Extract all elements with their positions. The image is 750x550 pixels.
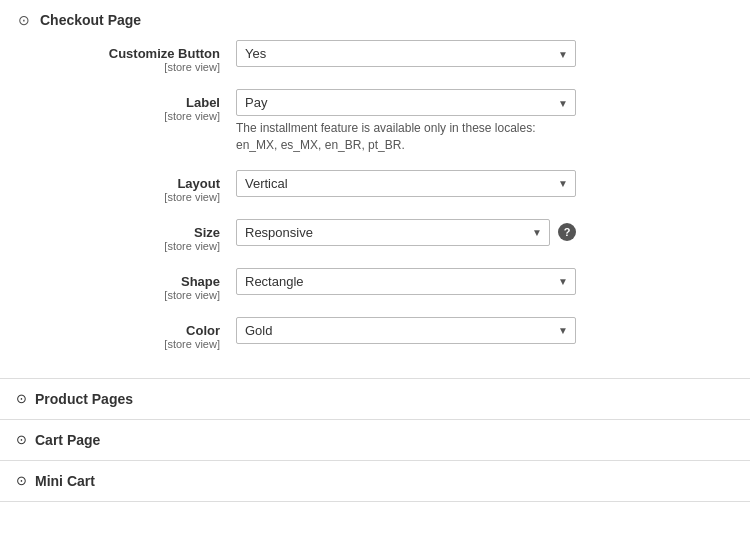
customize-button-label-group: Customize Button [store view] xyxy=(36,40,236,73)
label-label-group: Label [store view] xyxy=(36,89,236,122)
label-help-text: The installment feature is available onl… xyxy=(236,120,576,154)
shape-label-group: Shape [store view] xyxy=(36,268,236,301)
cart-page-chevron-icon: ⊙ xyxy=(16,432,27,447)
checkout-page-content: Customize Button [store view] Yes No ▼ L… xyxy=(16,40,734,350)
checkout-page-header[interactable]: ⊙ Checkout Page xyxy=(16,12,734,28)
color-label: Color xyxy=(36,323,220,338)
size-control: Responsive Small Medium Large ▼ ? xyxy=(236,219,576,246)
layout-select-wrapper: Vertical Horizontal ▼ xyxy=(236,170,576,197)
mini-cart-title: Mini Cart xyxy=(35,473,95,489)
mini-cart-chevron-icon: ⊙ xyxy=(16,473,27,488)
checkout-page-title: Checkout Page xyxy=(40,12,141,28)
shape-label: Shape xyxy=(36,274,220,289)
size-select-wrapper: Responsive Small Medium Large ▼ xyxy=(236,219,550,246)
layout-label: Layout xyxy=(36,176,220,191)
label-field-container: Pay Checkout Buy Now Donate ▼ The instal… xyxy=(236,89,734,154)
customize-button-store-view: [store view] xyxy=(36,61,220,73)
shape-select[interactable]: Rectangle Pill xyxy=(236,268,576,295)
shape-control: Rectangle Pill ▼ xyxy=(236,268,576,295)
product-pages-section: ⊙ Product Pages xyxy=(0,379,750,420)
size-help-icon[interactable]: ? xyxy=(558,223,576,241)
shape-row: Shape [store view] Rectangle Pill ▼ xyxy=(36,268,734,301)
shape-store-view: [store view] xyxy=(36,289,220,301)
label-row: Label [store view] Pay Checkout Buy Now … xyxy=(36,89,734,154)
color-select[interactable]: Gold Blue Silver White Black xyxy=(236,317,576,344)
product-pages-chevron-icon: ⊙ xyxy=(16,391,27,406)
layout-store-view: [store view] xyxy=(36,191,220,203)
size-select[interactable]: Responsive Small Medium Large xyxy=(236,219,550,246)
cart-page-title: Cart Page xyxy=(35,432,100,448)
cart-page-section: ⊙ Cart Page xyxy=(0,420,750,461)
size-store-view: [store view] xyxy=(36,240,220,252)
layout-row: Layout [store view] Vertical Horizontal … xyxy=(36,170,734,203)
checkout-page-chevron-icon: ⊙ xyxy=(16,12,32,28)
size-label: Size xyxy=(36,225,220,240)
color-label-group: Color [store view] xyxy=(36,317,236,350)
product-pages-header[interactable]: ⊙ Product Pages xyxy=(16,391,734,407)
mini-cart-section: ⊙ Mini Cart xyxy=(0,461,750,502)
customize-button-select[interactable]: Yes No xyxy=(236,40,576,67)
mini-cart-header[interactable]: ⊙ Mini Cart xyxy=(16,473,734,489)
checkout-page-section: ⊙ Checkout Page Customize Button [store … xyxy=(0,0,750,379)
size-row: Size [store view] Responsive Small Mediu… xyxy=(36,219,734,252)
customize-button-label: Customize Button xyxy=(36,46,220,61)
customize-button-row: Customize Button [store view] Yes No ▼ xyxy=(36,40,734,73)
color-control: Gold Blue Silver White Black ▼ xyxy=(236,317,576,344)
size-label-group: Size [store view] xyxy=(36,219,236,252)
shape-select-wrapper: Rectangle Pill ▼ xyxy=(236,268,576,295)
label-store-view: [store view] xyxy=(36,110,220,122)
label-label: Label xyxy=(36,95,220,110)
layout-select[interactable]: Vertical Horizontal xyxy=(236,170,576,197)
product-pages-title: Product Pages xyxy=(35,391,133,407)
customize-button-select-wrapper: Yes No ▼ xyxy=(236,40,576,67)
label-control: Pay Checkout Buy Now Donate ▼ xyxy=(236,89,576,116)
color-row: Color [store view] Gold Blue Silver Whit… xyxy=(36,317,734,350)
cart-page-header[interactable]: ⊙ Cart Page xyxy=(16,432,734,448)
layout-control: Vertical Horizontal ▼ xyxy=(236,170,576,197)
color-store-view: [store view] xyxy=(36,338,220,350)
customize-button-control: Yes No ▼ xyxy=(236,40,576,67)
label-select-wrapper: Pay Checkout Buy Now Donate ▼ xyxy=(236,89,576,116)
label-select[interactable]: Pay Checkout Buy Now Donate xyxy=(236,89,576,116)
color-select-wrapper: Gold Blue Silver White Black ▼ xyxy=(236,317,576,344)
layout-label-group: Layout [store view] xyxy=(36,170,236,203)
